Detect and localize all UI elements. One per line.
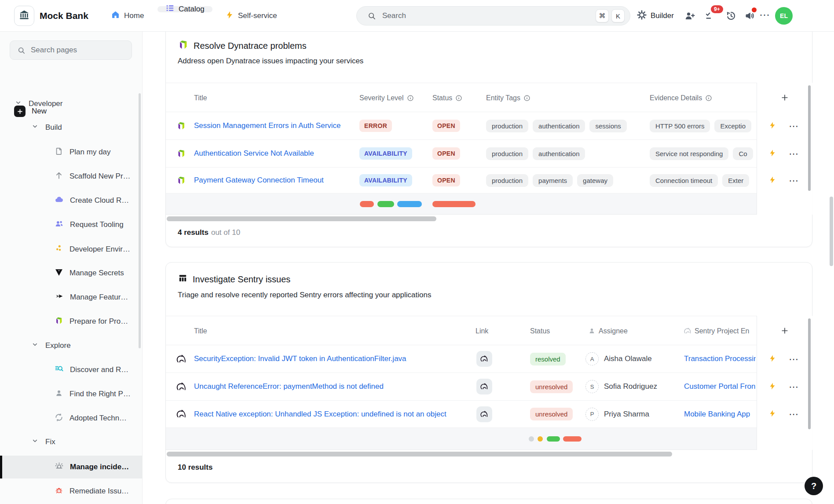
bank-icon <box>18 9 30 22</box>
horizontal-scrollbar[interactable] <box>167 452 672 457</box>
info-icon[interactable] <box>407 95 414 102</box>
sidebar-group-explore[interactable]: Explore <box>0 336 143 355</box>
dynatrace-card-title: Resolve Dynatrace problems <box>178 39 307 52</box>
history-icon[interactable] <box>726 11 736 21</box>
sidebar-item-find-person[interactable]: Find the Right P… <box>0 384 143 404</box>
project-link[interactable]: Transaction Processin <box>684 354 756 363</box>
run-action-icon[interactable] <box>768 354 776 364</box>
brand-logo[interactable] <box>14 6 34 26</box>
global-search[interactable]: ⌘ K <box>356 6 630 26</box>
tag-chip: production <box>486 174 528 187</box>
sentry-link-button[interactable] <box>476 406 492 422</box>
status-badge: unresolved <box>530 408 573 420</box>
results-footer: 4 resultsout of 10 <box>178 228 240 237</box>
sentry-icon <box>684 327 691 335</box>
arrow-up-icon <box>55 171 63 182</box>
row-menu-icon[interactable]: ⋯ <box>789 354 799 365</box>
tab-catalog[interactable]: Catalog <box>157 6 212 12</box>
sidebar-search-input[interactable] <box>31 46 132 55</box>
sidebar-group-fix[interactable]: Fix <box>0 432 143 452</box>
global-search-input[interactable] <box>382 11 596 20</box>
info-icon[interactable] <box>523 95 530 102</box>
row-title-link[interactable]: Payment Gateway Connection Timeout <box>194 176 324 185</box>
chevron-down-icon <box>15 99 22 108</box>
row-menu-icon[interactable]: ⋯ <box>789 409 799 420</box>
info-icon[interactable] <box>455 95 462 102</box>
sidebar-item-developer-environments[interactable]: Developer Envir… <box>0 240 143 259</box>
run-action-icon[interactable] <box>768 176 776 186</box>
project-link[interactable]: Customer Portal Front <box>684 382 756 391</box>
skeleton-pill <box>377 201 394 207</box>
run-action-icon[interactable] <box>768 382 776 392</box>
sentry-link-button[interactable] <box>476 379 492 394</box>
sidebar-item-manage-features[interactable]: Manage Featur… <box>0 288 143 307</box>
col-assignee: Assignee <box>588 316 628 346</box>
announcements-icon[interactable] <box>744 11 755 21</box>
tag-chip: sessions <box>589 120 626 132</box>
add-column-button[interactable] <box>757 316 812 345</box>
vertical-scrollbar[interactable] <box>808 318 811 429</box>
run-action-icon[interactable] <box>768 149 776 159</box>
evidence-chips: HTTP 500 errors Exceptio <box>650 112 757 139</box>
gear-icon <box>637 10 647 22</box>
main-content: Resolve Dynatrace problems Address open … <box>143 32 834 504</box>
row-title-link[interactable]: Session Management Errors in Auth Servic… <box>194 121 341 130</box>
runs-audit-icon[interactable]: 9+ <box>705 11 715 21</box>
plus-icon <box>780 93 789 102</box>
builder-button[interactable]: Builder <box>637 6 674 26</box>
row-menu-icon[interactable]: ⋯ <box>789 381 799 393</box>
help-button[interactable]: ? <box>805 477 823 495</box>
row-title-link[interactable]: Authentication Service Not Available <box>194 149 314 158</box>
row-title-link[interactable]: Uncaught ReferenceError: paymentMethod i… <box>194 382 384 391</box>
row-menu-icon[interactable]: ⋯ <box>789 121 799 132</box>
sidebar-search[interactable] <box>10 40 132 60</box>
invite-user-icon[interactable] <box>684 11 695 21</box>
sidebar-item-plan-my-day[interactable]: Plan my day <box>0 142 143 162</box>
run-action-icon[interactable] <box>768 121 776 131</box>
project-link[interactable]: Mobile Banking App <box>684 410 750 419</box>
evidence-chip: Exceptio <box>714 120 751 132</box>
sidebar-group-build[interactable]: Build <box>0 118 143 137</box>
status-badge: resolved <box>530 353 566 365</box>
row-menu-icon[interactable]: ⋯ <box>789 148 799 160</box>
sidebar-scrollbar[interactable] <box>139 93 141 348</box>
sidebar-item-manage-secrets[interactable]: Manage Secrets <box>0 263 143 283</box>
sentry-link-button[interactable] <box>476 351 492 367</box>
results-footer: 10 results <box>178 463 212 472</box>
sidebar-item-create-cloud[interactable]: Create Cloud R… <box>0 191 143 210</box>
dynatrace-table-header: Title Severity Level Status Entity Tags … <box>166 83 812 112</box>
horizontal-scrollbar[interactable] <box>167 216 436 221</box>
tab-home[interactable]: Home <box>111 6 144 26</box>
assignee-name: Priya Sharma <box>604 410 649 419</box>
run-action-icon[interactable] <box>768 409 776 419</box>
sidebar-item-request-tooling[interactable]: Request Tooling <box>0 215 143 234</box>
sidebar-item-discover[interactable]: Discover and R… <box>0 360 143 380</box>
more-menu-icon[interactable]: ⋯ <box>759 9 771 21</box>
row-menu-icon[interactable]: ⋯ <box>789 175 799 186</box>
assignee-name: Aisha Olawale <box>604 354 652 363</box>
tab-self-service[interactable]: Self-service <box>225 6 277 26</box>
table-row: SecurityException: Invalid JWT token in … <box>166 345 812 373</box>
add-column-button[interactable] <box>757 83 812 112</box>
sidebar-item-prepare-production[interactable]: Prepare for Pro… <box>0 312 143 331</box>
sidebar-item-remediate-issues[interactable]: Remediate Issu… <box>0 482 143 501</box>
severity-badge: AVAILABILITY <box>359 147 412 160</box>
vault-icon <box>55 268 63 279</box>
dynatrace-icon <box>176 168 186 193</box>
kbd-cmd: ⌘ <box>596 9 609 22</box>
brand-name[interactable]: Mock Bank <box>40 0 88 32</box>
avatar[interactable]: EL <box>775 7 793 25</box>
row-title-link[interactable]: React Native exception: Unhandled JS Exc… <box>194 410 446 419</box>
top-nav: Mock Bank Home Catalog Self-service ⌘ K … <box>0 0 834 32</box>
vertical-scrollbar[interactable] <box>808 85 811 191</box>
evidence-chip: Connection timeout <box>650 174 718 187</box>
sidebar-group-developer[interactable]: Developer <box>0 94 143 113</box>
sidebar-item-manage-incidents[interactable]: Manage incide… <box>0 456 143 478</box>
sentry-icon <box>480 355 488 363</box>
info-icon[interactable] <box>705 95 712 102</box>
sidebar-item-scaffold-new[interactable]: Scaffold New Pr… <box>0 167 143 186</box>
page-scrollbar[interactable] <box>830 197 833 266</box>
sidebar-item-adopted-tech[interactable]: Adopted Techn… <box>0 409 143 428</box>
row-title-link[interactable]: SecurityException: Invalid JWT token in … <box>194 354 406 363</box>
assignee-avatar: P <box>585 408 599 421</box>
